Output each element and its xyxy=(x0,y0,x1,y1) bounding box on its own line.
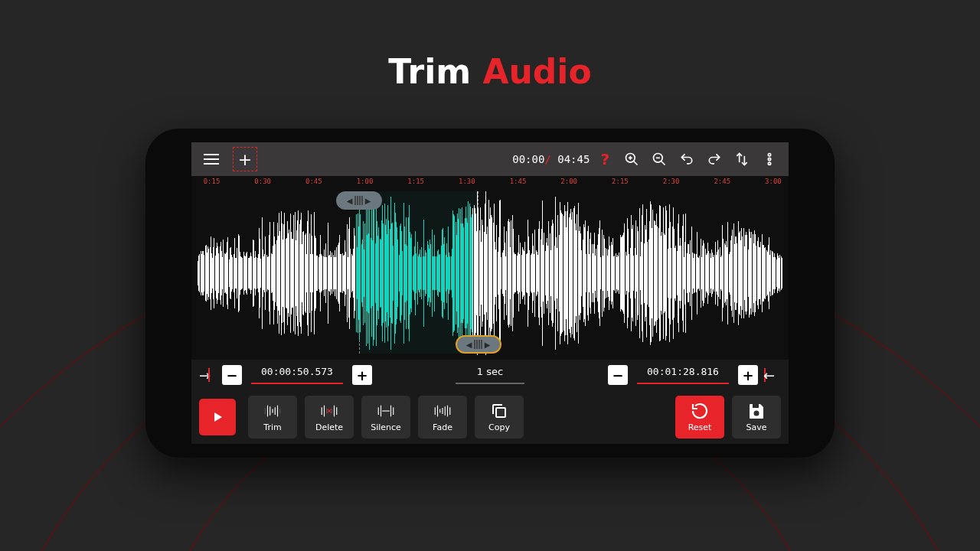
ruler-tick: 2:00 xyxy=(560,178,577,185)
add-button[interactable]: + xyxy=(233,147,257,171)
hamburger-menu-icon[interactable] xyxy=(199,147,224,171)
ruler-tick: 2:45 xyxy=(714,178,730,185)
waveform-canvas xyxy=(198,191,782,355)
time-ruler: 0:150:300:451:001:151:301:452:002:152:30… xyxy=(198,176,782,190)
decrement-end-button[interactable]: − xyxy=(608,365,628,385)
waveform-area[interactable]: 0:150:300:451:001:151:301:452:002:152:30… xyxy=(191,176,789,360)
swap-vertical-icon[interactable] xyxy=(730,147,753,171)
position-bar: → − 00:00:50.573 + 1 sec − 00:01:28.816 … xyxy=(191,360,789,390)
trim-handle-start[interactable]: ◀▶ xyxy=(336,191,382,210)
redo-icon[interactable] xyxy=(703,147,726,171)
silence-button[interactable]: Silence xyxy=(361,396,410,439)
decrement-start-button[interactable]: − xyxy=(222,365,242,385)
svg-rect-36 xyxy=(753,404,759,408)
phone-frame: + 00:00/ 04:45 ? 0:150:300:451:001:151:3… xyxy=(145,129,835,458)
screen: + 00:00/ 04:45 ? 0:150:300:451:001:151:3… xyxy=(191,142,789,444)
start-time-field[interactable]: 00:00:50.573 xyxy=(251,366,343,384)
svg-line-5 xyxy=(662,161,665,165)
svg-point-8 xyxy=(768,158,770,160)
end-time-field[interactable]: 00:01:28.816 xyxy=(637,366,729,384)
step-size-field[interactable]: 1 sec xyxy=(456,366,524,384)
svg-rect-35 xyxy=(496,408,505,417)
ruler-tick: 1:45 xyxy=(510,178,527,185)
increment-start-button[interactable]: + xyxy=(352,365,372,385)
zoom-out-icon[interactable] xyxy=(648,147,671,171)
playback-time: 00:00/ 04:45 xyxy=(512,153,590,165)
svg-line-1 xyxy=(634,161,638,165)
play-button[interactable] xyxy=(199,399,236,435)
app-topbar: + 00:00/ 04:45 ? xyxy=(191,142,789,176)
jump-end-icon[interactable]: ← xyxy=(764,367,781,383)
action-toolbar: Trim Delete Silence Fade Copy Reset Save xyxy=(191,390,789,444)
svg-point-9 xyxy=(768,162,770,165)
more-vert-icon[interactable] xyxy=(758,147,781,171)
svg-point-37 xyxy=(754,411,760,416)
help-icon[interactable]: ? xyxy=(594,150,616,168)
delete-button[interactable]: Delete xyxy=(305,396,354,439)
trim-handle-end[interactable]: ◀▶ xyxy=(456,335,501,354)
trim-button[interactable]: Trim xyxy=(248,396,297,439)
ruler-tick: 2:15 xyxy=(612,178,629,185)
zoom-in-icon[interactable] xyxy=(620,147,643,171)
ruler-tick: 2:30 xyxy=(663,178,680,185)
fade-button[interactable]: Fade xyxy=(418,396,467,439)
ruler-tick: 0:30 xyxy=(254,178,271,185)
reset-button[interactable]: Reset xyxy=(675,396,724,439)
page-title: Trim Audio xyxy=(0,52,980,91)
increment-end-button[interactable]: + xyxy=(738,365,758,385)
save-button[interactable]: Save xyxy=(732,396,781,439)
ruler-tick: 1:00 xyxy=(357,178,374,185)
ruler-tick: 0:15 xyxy=(204,178,220,185)
copy-button[interactable]: Copy xyxy=(475,396,524,439)
undo-icon[interactable] xyxy=(675,147,698,171)
jump-start-icon[interactable]: → xyxy=(199,367,216,383)
ruler-tick: 1:15 xyxy=(407,178,424,185)
ruler-tick: 3:00 xyxy=(765,178,782,185)
ruler-tick: 0:45 xyxy=(305,178,322,185)
svg-point-7 xyxy=(768,154,770,156)
ruler-tick: 1:30 xyxy=(459,178,475,185)
